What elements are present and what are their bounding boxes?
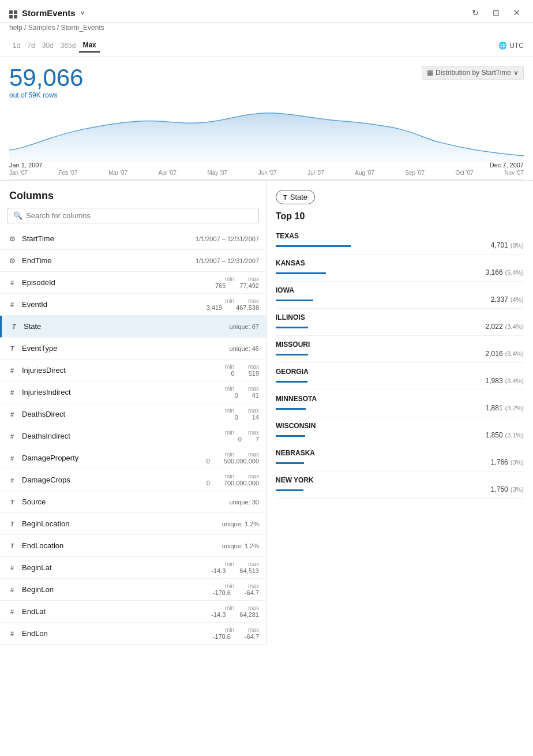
- hash-icon: #: [7, 455, 17, 462]
- col-name: State: [24, 322, 230, 331]
- hash-icon: #: [7, 477, 17, 484]
- hash-icon: #: [7, 630, 17, 637]
- text-icon: T: [7, 542, 17, 549]
- time-7d[interactable]: 7d: [24, 39, 38, 52]
- search-box: 🔍: [7, 208, 259, 223]
- table-row[interactable]: ⊙EndTime1/1/2007 – 12/31/2007: [0, 250, 266, 272]
- list-item: MINNESOTA 1,881 (3.2%): [276, 390, 524, 417]
- list-item: WISCONSIN 1,850 (3.1%): [276, 417, 524, 444]
- distribution-label: Distribution by StartTime: [436, 69, 511, 77]
- hash-icon: #: [7, 389, 17, 396]
- table-row[interactable]: TBeginLocationunique: 1.2%: [0, 513, 266, 535]
- stat-bar-row: 3,166 (5.4%): [276, 268, 524, 276]
- col-unique: unique: 67: [230, 323, 259, 330]
- col-name: EndLat: [22, 607, 211, 616]
- table-row[interactable]: ⊙StartTime1/1/2007 – 12/31/2007: [0, 228, 266, 250]
- stat-name: IOWA: [276, 286, 524, 294]
- app-title[interactable]: StormEvents: [22, 8, 76, 18]
- chart-axis: Jan '07 Feb '07 Mar '07 Apr '07 May '07 …: [9, 170, 524, 180]
- list-item: NEBRASKA 1,766 (3%): [276, 444, 524, 471]
- stat-bar: [276, 462, 304, 464]
- chevron-down-icon[interactable]: ∨: [80, 9, 85, 17]
- top10-list: TEXAS 4,701 (8%) KANSAS 3,166 (5.4%) IOW…: [276, 227, 524, 499]
- columns-title: Columns: [0, 181, 266, 208]
- col-name: EndTime: [22, 256, 196, 265]
- col-name: BeginLat: [22, 563, 211, 572]
- col-range: 1/1/2007 – 12/31/2007: [196, 257, 259, 264]
- table-row[interactable]: #DamageProperty minmax 0500,000,000: [0, 447, 266, 469]
- time-max[interactable]: Max: [79, 39, 99, 53]
- table-row[interactable]: #BeginLat minmax -14.364,513: [0, 557, 266, 579]
- stat-bar: [276, 489, 303, 491]
- col-name: InjuriesIndirect: [22, 388, 225, 396]
- list-item: ILLINOIS 2,022 (3.4%): [276, 309, 524, 336]
- table-row[interactable]: TSourceunique: 30: [0, 491, 266, 513]
- col-unique: unique: 1.2%: [222, 521, 259, 527]
- globe-icon: 🌐: [498, 42, 507, 50]
- table-row[interactable]: TStateunique: 67: [0, 316, 266, 338]
- header: StormEvents ∨ ↻ ⊡ ✕: [0, 0, 533, 23]
- search-icon: 🔍: [13, 211, 22, 220]
- hash-icon: #: [7, 411, 17, 418]
- table-row[interactable]: TEndLocationunique: 1.2%: [0, 535, 266, 557]
- stat-value: 3,166: [486, 268, 503, 276]
- col-minmax: minmax 0700,000,000: [207, 473, 259, 486]
- stat-value: 1,850: [486, 431, 503, 439]
- stat-pct: (3.2%): [505, 405, 524, 411]
- col-name: EndLocation: [22, 541, 222, 550]
- table-row[interactable]: #DeathsIndirect minmax 07: [0, 425, 266, 447]
- hash-icon: #: [7, 367, 17, 374]
- time-bar: 1d 7d 30d 365d Max 🌐 UTC: [0, 35, 533, 57]
- col-minmax: minmax 0519: [225, 364, 259, 377]
- time-1d[interactable]: 1d: [9, 39, 24, 52]
- table-row[interactable]: #BeginLon minmax -170.6-64.7: [0, 579, 266, 601]
- stat-bar: [276, 381, 307, 383]
- close-icon[interactable]: ✕: [510, 6, 524, 20]
- list-item: TEXAS 4,701 (8%): [276, 227, 524, 255]
- table-row[interactable]: TEventTypeunique: 46: [0, 338, 266, 360]
- stat-bar: [276, 435, 305, 437]
- table-row[interactable]: #DeathsDirect minmax 014: [0, 403, 266, 425]
- table-row[interactable]: #EpisodeId minmax 76577,492: [0, 272, 266, 294]
- stat-name: MISSOURI: [276, 340, 524, 349]
- table-row[interactable]: #InjuriesDirect minmax 0519: [0, 360, 266, 381]
- col-minmax: minmax 3,419467,538: [207, 298, 259, 311]
- type-icon: T: [283, 194, 287, 201]
- stat-pct: (4%): [511, 296, 524, 303]
- table-row[interactable]: #InjuriesIndirect minmax 041: [0, 381, 266, 403]
- stat-pct: (3%): [511, 486, 524, 493]
- stat-value: 1,750: [491, 485, 508, 493]
- breadcrumb: help / Samples / Storm_Events: [0, 23, 533, 35]
- list-item: KANSAS 3,166 (5.4%): [276, 255, 524, 282]
- col-name: EpisodeId: [22, 278, 215, 287]
- utc-button[interactable]: 🌐 UTC: [498, 42, 524, 50]
- chart-area: 59,066 out of 59K rows ▦ Distribution by…: [0, 57, 533, 180]
- col-minmax: minmax -14.364,513: [211, 561, 259, 574]
- time-30d[interactable]: 30d: [39, 39, 57, 52]
- columns-panel: Columns 🔍 ⊙StartTime1/1/2007 – 12/31/200…: [0, 181, 266, 645]
- col-name: EndLon: [22, 629, 213, 638]
- col-minmax: minmax 014: [225, 407, 259, 421]
- table-row[interactable]: #DamageCrops minmax 0700,000,000: [0, 469, 266, 491]
- stat-pct: (3%): [511, 459, 524, 466]
- table-row[interactable]: #EndLat minmax -14.364,281: [0, 601, 266, 623]
- refresh-icon[interactable]: ↻: [468, 6, 482, 20]
- distribution-button[interactable]: ▦ Distribution by StartTime ∨: [422, 66, 524, 80]
- chart-subtitle: out of 59K rows: [9, 91, 83, 99]
- header-right: ↻ ⊡ ✕: [468, 6, 524, 20]
- col-name: EventId: [22, 300, 207, 309]
- chart-svg: [9, 104, 524, 162]
- layout-icon[interactable]: ⊡: [489, 6, 503, 20]
- stat-bar: [276, 354, 308, 355]
- hash-icon: #: [7, 433, 17, 440]
- stat-bar: [276, 300, 313, 301]
- hash-icon: #: [7, 564, 17, 571]
- grid-icon: [9, 7, 17, 18]
- state-badge[interactable]: T State: [276, 190, 315, 204]
- table-row[interactable]: #EndLon minmax -170.6-64.7: [0, 623, 266, 645]
- stat-pct: (3.4%): [505, 377, 524, 384]
- col-list: ⊙StartTime1/1/2007 – 12/31/2007⊙EndTime1…: [0, 228, 266, 645]
- time-365d[interactable]: 365d: [57, 39, 80, 52]
- search-input[interactable]: [26, 211, 253, 220]
- table-row[interactable]: #EventId minmax 3,419467,538: [0, 294, 266, 316]
